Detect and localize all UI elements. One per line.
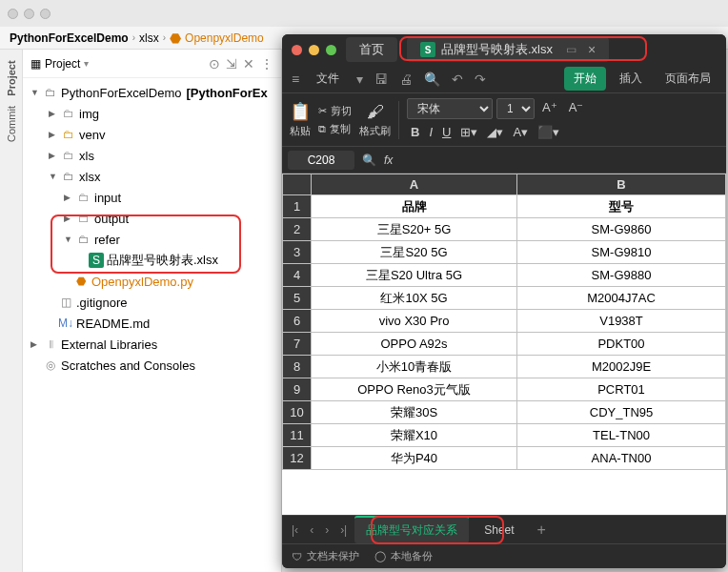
menu-insert[interactable]: 插入 (610, 67, 652, 91)
close-icon[interactable] (292, 45, 302, 55)
border-button[interactable]: ⊞▾ (456, 123, 481, 141)
menu-file[interactable]: 文件 (307, 67, 349, 91)
save-icon[interactable]: 🖫 (371, 72, 392, 87)
row-header[interactable]: 1 (283, 195, 312, 218)
breadcrumb-file[interactable]: OpenpyxlDemo (185, 31, 264, 45)
sheet-nav-next-icon[interactable]: › (321, 523, 333, 537)
cell[interactable]: PDKT00 (517, 333, 726, 356)
cell[interactable]: CDY_TN95 (517, 401, 726, 424)
chevron-down-icon[interactable]: ▾ (353, 72, 367, 87)
underline-button[interactable]: U (438, 123, 455, 141)
close-tab-icon[interactable]: × (588, 42, 596, 57)
add-sheet-button[interactable]: + (530, 521, 554, 539)
cell[interactable]: TEL-TN00 (517, 424, 726, 447)
breadcrumb-folder[interactable]: xlsx (139, 31, 159, 45)
cell[interactable]: vivo X30 Pro (312, 310, 517, 333)
bold-button[interactable]: B (407, 123, 423, 141)
row-header[interactable]: 8 (283, 356, 312, 378)
minimize-icon[interactable] (309, 45, 319, 55)
maximize-icon[interactable] (326, 45, 336, 55)
collapse-icon[interactable]: ✕ (243, 56, 254, 72)
tree-folder-venv[interactable]: ▶🗀venv (23, 124, 281, 145)
fx-label[interactable]: fx (384, 153, 393, 167)
row-header[interactable]: 9 (283, 378, 312, 401)
select-opened-icon[interactable]: ⊙ (209, 56, 220, 72)
tab-home[interactable]: 首页 (346, 37, 397, 62)
row-header[interactable]: 4 (283, 264, 312, 287)
highlight-button[interactable]: ⬛▾ (534, 123, 563, 141)
sheet-tab-active[interactable]: 品牌型号对应关系 (354, 516, 469, 543)
settings-icon[interactable]: ⋮ (260, 56, 273, 72)
increase-font-icon[interactable]: A⁺ (538, 98, 561, 119)
minimize-icon[interactable] (24, 9, 34, 19)
cell[interactable]: 三星S20 5G (312, 241, 517, 264)
maximize-icon[interactable] (40, 9, 51, 19)
undo-icon[interactable]: ↶ (448, 72, 467, 87)
tree-folder-xls[interactable]: ▶🗀xls (23, 145, 281, 166)
cell[interactable]: M2002J9E (517, 356, 726, 378)
preview-icon[interactable]: 🔍 (420, 72, 444, 87)
tree-file-xlsx[interactable]: S品牌型号映射表.xlsx (23, 250, 281, 271)
expand-icon[interactable]: ⇲ (226, 56, 237, 72)
font-color-button[interactable]: A▾ (509, 123, 532, 141)
row-header[interactable]: 11 (283, 424, 312, 447)
cell[interactable]: PCRT01 (517, 378, 726, 401)
print-icon[interactable]: 🖨 (395, 72, 416, 87)
tree-file-readme[interactable]: M↓README.md (23, 313, 281, 334)
cell[interactable]: 三星S20+ 5G (312, 218, 517, 241)
select-all-corner[interactable] (283, 174, 312, 195)
fill-color-button[interactable]: ◢▾ (483, 123, 507, 141)
tab-commit[interactable]: Commit (6, 106, 17, 142)
cell-reference[interactable]: C208 (288, 151, 354, 170)
spreadsheet-grid[interactable]: A B 1品牌型号2三星S20+ 5GSM-G98603三星S20 5GSM-G… (282, 174, 726, 515)
row-header[interactable]: 12 (283, 447, 312, 470)
cell[interactable]: 型号 (517, 195, 726, 218)
column-header-a[interactable]: A (312, 174, 517, 195)
cell[interactable]: SM-G9810 (517, 241, 726, 264)
menu-layout[interactable]: 页面布局 (656, 67, 720, 91)
tree-root[interactable]: ▼🗀PythonForExcelDemo [PythonForEx (23, 82, 281, 103)
zoom-icon[interactable]: 🔍 (362, 153, 376, 167)
breadcrumb-root[interactable]: PythonForExcelDemo (10, 31, 129, 45)
row-header[interactable]: 10 (283, 401, 312, 424)
cell[interactable]: ANA-TN00 (517, 447, 726, 470)
tab-file[interactable]: S 品牌型号映射表.xlsx ▭ × (407, 37, 609, 62)
tree-folder-refer[interactable]: ▼🗀refer (23, 229, 281, 250)
cell[interactable]: 华为P40 (312, 447, 517, 470)
cell[interactable]: 荣耀30S (312, 401, 517, 424)
chevron-down-icon[interactable]: ▾ (84, 58, 89, 69)
tree-folder-input[interactable]: ▶🗀input (23, 187, 281, 208)
cell[interactable]: 小米10青春版 (312, 356, 517, 378)
cell[interactable]: 荣耀X10 (312, 424, 517, 447)
row-header[interactable]: 2 (283, 218, 312, 241)
paste-button[interactable]: 📋 粘贴 (290, 101, 311, 138)
row-header[interactable]: 6 (283, 310, 312, 333)
menu-start[interactable]: 开始 (564, 67, 606, 91)
cell[interactable]: OPPO Reno3元气版 (312, 378, 517, 401)
row-header[interactable]: 3 (283, 241, 312, 264)
tab-project[interactable]: Project (6, 60, 17, 95)
cell[interactable]: M2004J7AC (517, 287, 726, 310)
italic-button[interactable]: I (425, 123, 436, 141)
tree-folder-img[interactable]: ▶🗀img (23, 103, 281, 124)
sheet-nav-last-icon[interactable]: ›| (336, 523, 351, 537)
tree-file-py[interactable]: ⬣OpenpyxlDemo.py (23, 271, 281, 292)
font-size-select[interactable]: 11 (496, 98, 535, 119)
sheet-nav-first-icon[interactable]: |‹ (288, 523, 302, 537)
tree-folder-output[interactable]: ▶🗀output (23, 208, 281, 229)
copy-button[interactable]: ⧉复制 (318, 122, 352, 136)
tree-file-gitignore[interactable]: ◫.gitignore (23, 292, 281, 313)
sheet-nav-prev-icon[interactable]: ‹ (306, 523, 317, 537)
tree-scratches[interactable]: ◎Scratches and Consoles (23, 355, 281, 376)
format-painter-button[interactable]: 🖌 格式刷 (359, 102, 391, 138)
app-menu-icon[interactable]: ≡ (288, 72, 303, 87)
cell[interactable]: V1938T (517, 310, 726, 333)
row-header[interactable]: 5 (283, 287, 312, 310)
cell[interactable]: 三星S20 Ultra 5G (312, 264, 517, 287)
cell[interactable]: SM-G9860 (517, 218, 726, 241)
sheet-tab-second[interactable]: Sheet (473, 519, 525, 541)
tree-folder-xlsx[interactable]: ▼🗀xlsx (23, 166, 281, 187)
dock-icon[interactable]: ▭ (566, 43, 576, 56)
cell[interactable]: SM-G9880 (517, 264, 726, 287)
font-select[interactable]: 宋体 (407, 98, 493, 119)
